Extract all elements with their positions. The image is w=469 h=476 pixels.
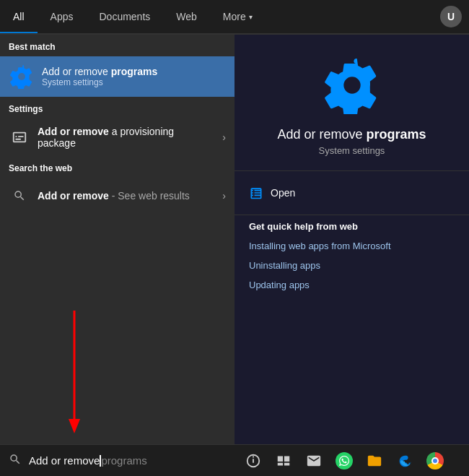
top-nav: All Apps Documents Web More ▾ U [0, 0, 469, 35]
search-bar-text: Add or remove programs [29, 454, 147, 467]
quick-help-item-1[interactable]: Uninstalling apps [234, 256, 469, 275]
chevron-down-icon: ▾ [249, 13, 253, 21]
quick-help-header: Get quick help from web [234, 215, 469, 236]
taskbar-search-icon[interactable] [240, 448, 266, 474]
right-panel-title: Add or remove programs [277, 127, 426, 142]
nav-item-web[interactable]: Web [163, 0, 210, 33]
left-panel: Best match Add or remove programs System… [0, 35, 234, 444]
search-web-header: Search the web [0, 156, 234, 178]
best-match-text: Add or remove programs System settings [42, 66, 157, 87]
taskbar-task-view-icon[interactable] [271, 448, 297, 474]
search-bar-icon [9, 453, 22, 469]
taskbar [234, 444, 469, 476]
taskbar-chrome-icon[interactable] [422, 448, 448, 474]
web-arrow-right-icon: › [222, 190, 226, 202]
right-actions: Open [234, 171, 469, 215]
right-panel: Add or remove programs System settings O… [234, 35, 469, 444]
best-match-subtitle: System settings [42, 77, 157, 87]
taskbar-file-explorer-icon[interactable] [361, 448, 387, 474]
best-match-header: Best match [0, 35, 234, 56]
search-web-label: Add or remove - See web results [38, 190, 222, 202]
settings-item-label: Add or remove a provisioningpackage [38, 126, 222, 149]
nav-item-documents[interactable]: Documents [86, 0, 163, 33]
big-gear-icon [323, 56, 381, 127]
nav-item-apps[interactable]: Apps [38, 0, 87, 33]
nav-web-label: Web [176, 11, 197, 22]
settings-section-header: Settings [0, 97, 234, 118]
nav-item-all[interactable]: All [0, 0, 38, 33]
quick-help-item-0[interactable]: Installing web apps from Microsoft [234, 236, 469, 256]
right-top-section: Add or remove programs System settings [234, 35, 469, 170]
open-button[interactable]: Open [249, 178, 455, 207]
provisioning-icon [9, 126, 30, 148]
gear-icon-large [9, 64, 35, 90]
nav-documents-label: Documents [99, 11, 150, 22]
right-panel-subtitle: System settings [319, 145, 385, 156]
search-bar[interactable]: Add or remove programs [0, 444, 234, 476]
nav-all-label: All [13, 11, 25, 22]
quick-help-item-2[interactable]: Updating apps [234, 275, 469, 295]
search-icon [9, 185, 30, 207]
best-match-title: Add or remove programs [42, 66, 157, 77]
search-placeholder-text: programs [101, 454, 146, 467]
arrow-right-icon: › [222, 131, 226, 143]
user-avatar[interactable]: U [440, 6, 462, 27]
main-content: Best match Add or remove programs System… [0, 35, 469, 444]
nav-item-more[interactable]: More ▾ [210, 0, 266, 33]
open-icon [249, 186, 263, 200]
search-web-item[interactable]: Add or remove - See web results › [0, 178, 234, 214]
taskbar-edge-icon[interactable] [392, 448, 418, 474]
best-match-item[interactable]: Add or remove programs System settings [0, 56, 234, 97]
settings-item[interactable]: Add or remove a provisioningpackage › [0, 118, 234, 156]
open-label: Open [271, 187, 295, 199]
taskbar-whatsapp-icon[interactable] [331, 448, 357, 474]
search-typed-text: Add or remove [29, 454, 100, 467]
nav-apps-label: Apps [51, 11, 74, 22]
taskbar-mail-icon[interactable] [301, 448, 327, 474]
nav-more-label: More [223, 11, 246, 22]
